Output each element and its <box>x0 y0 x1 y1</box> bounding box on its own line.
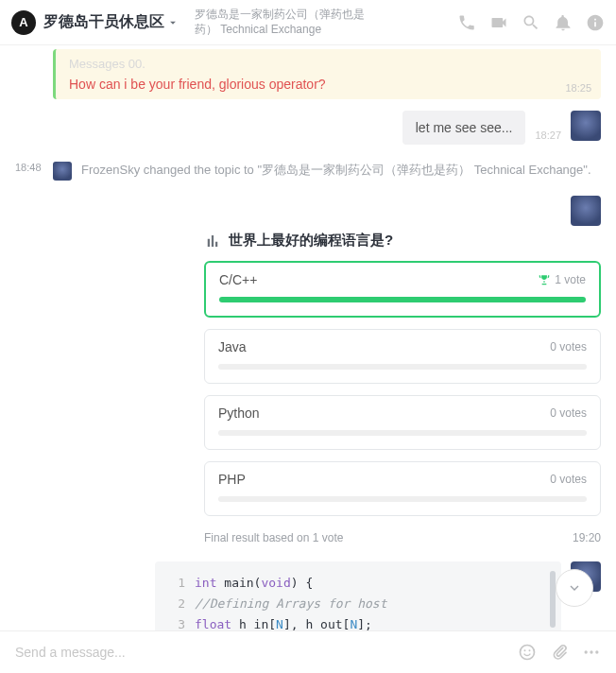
own-message-row: let me see see... 18:27 <box>15 111 601 145</box>
search-icon[interactable] <box>522 13 540 32</box>
poll: 世界上最好的编程语言是? C/C++ 1 voteJava0 votesPyth… <box>204 232 601 544</box>
code-line: 3float h_in[N], h_out[N]; <box>168 614 548 630</box>
svg-point-4 <box>590 650 592 653</box>
poll-option-name: C/C++ <box>219 272 257 287</box>
chat-header: A 罗德岛干员休息区 罗德岛是一家制药公司（弹药也是药） Technical E… <box>0 0 616 45</box>
user-avatar[interactable] <box>571 111 601 141</box>
trophy-icon <box>538 273 551 286</box>
message-time: 18:25 <box>565 82 591 94</box>
system-message: 18:48 FrozenSky changed the topic to "罗德… <box>15 162 601 181</box>
scrollbar[interactable] <box>550 571 556 628</box>
svg-point-2 <box>529 649 531 651</box>
message-time: 19:20 <box>573 531 601 544</box>
svg-point-1 <box>524 649 526 651</box>
poll-bar <box>218 364 587 370</box>
poll-option-votes: 0 votes <box>550 473 587 486</box>
poll-option-votes: 0 votes <box>550 406 587 420</box>
attach-icon[interactable] <box>550 643 569 662</box>
quoted-body: How can i be your friend, glorious opera… <box>69 77 588 92</box>
poll-bar <box>218 496 587 502</box>
header-actions <box>457 13 605 32</box>
message-bubble[interactable]: let me see see... <box>402 111 526 145</box>
channel-title: 罗德岛干员休息区 <box>43 12 164 32</box>
poll-footer: Final result based on 1 vote 19:20 <box>204 531 601 544</box>
emoji-icon[interactable] <box>518 643 537 662</box>
message-time: 18:48 <box>15 162 43 173</box>
poll-option[interactable]: Python0 votes <box>204 395 601 450</box>
header-title-group[interactable]: 罗德岛干员休息区 <box>43 12 180 32</box>
quoted-message[interactable]: Messages 00. How can i be your friend, g… <box>53 49 601 99</box>
message-list: Messages 00. How can i be your friend, g… <box>0 45 616 630</box>
poll-option-name: PHP <box>218 472 246 487</box>
message-time: 18:27 <box>535 129 561 141</box>
message-input[interactable] <box>15 645 505 660</box>
video-camera-icon[interactable] <box>489 13 508 32</box>
poll-bar <box>219 297 586 302</box>
user-avatar[interactable] <box>53 162 72 181</box>
composer <box>0 630 616 673</box>
poll-option-votes: 1 vote <box>538 273 586 286</box>
code-line: 2//Defining Arrays for host <box>168 594 548 614</box>
poll-option-name: Java <box>218 339 247 354</box>
code-line: 1int main(void) { <box>168 573 548 594</box>
user-avatar[interactable] <box>571 196 601 226</box>
poll-option-name: Python <box>218 406 260 421</box>
poll-option-votes: 0 votes <box>550 340 587 354</box>
poll-question-text: 世界上最好的编程语言是? <box>229 232 393 250</box>
own-message-row: 1int main(void) {2//Defining Arrays for … <box>15 561 601 630</box>
phone-icon[interactable] <box>457 13 476 32</box>
poll-summary: Final result based on 1 vote <box>204 531 343 544</box>
svg-point-3 <box>585 650 588 653</box>
chevron-down-icon <box>166 16 180 29</box>
more-icon[interactable] <box>582 643 601 662</box>
info-icon[interactable] <box>586 13 605 32</box>
code-block[interactable]: 1int main(void) {2//Defining Arrays for … <box>155 561 561 630</box>
quoted-truncated: Messages 00. <box>69 57 588 71</box>
scroll-down-button[interactable] <box>556 569 593 607</box>
poll-icon <box>204 233 221 250</box>
system-text: FrozenSky changed the topic to "罗德岛是一家制药… <box>81 162 601 179</box>
chevron-down-icon <box>567 580 582 595</box>
poll-option[interactable]: PHP0 votes <box>204 461 601 516</box>
svg-point-0 <box>521 646 535 660</box>
poll-question: 世界上最好的编程语言是? <box>204 232 601 250</box>
channel-avatar[interactable]: A <box>11 10 36 35</box>
poll-option[interactable]: C/C++ 1 vote <box>204 261 601 318</box>
poll-option[interactable]: Java0 votes <box>204 329 601 384</box>
channel-topic: 罗德岛是一家制药公司（弹药也是药） Technical Exchange <box>195 8 384 37</box>
svg-point-5 <box>595 650 598 653</box>
bell-icon[interactable] <box>554 13 573 32</box>
poll-bar <box>218 430 587 436</box>
